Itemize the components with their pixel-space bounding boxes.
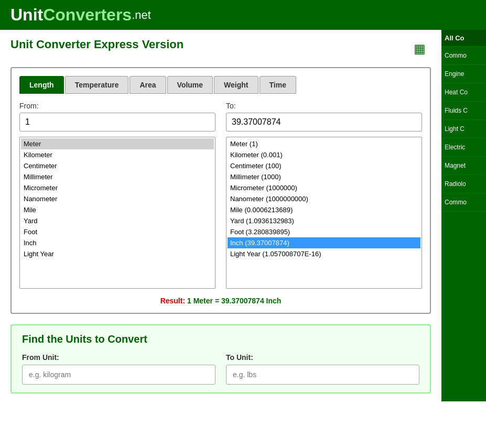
find-to-col: To Unit: [226,353,419,385]
logo-net: .net [132,8,151,22]
find-from-input[interactable] [22,365,215,385]
listbox-row: Meter Kilometer Centimeter Millimeter Mi… [19,137,422,289]
tab-volume[interactable]: Volume [167,76,213,94]
sidebar-header: All Co [441,30,486,47]
from-to-inputs: From: To: [19,102,422,132]
sidebar-item-radiology[interactable]: Radiolo [441,175,486,193]
result-label: Result: [160,297,185,305]
tab-weight[interactable]: Weight [214,76,258,94]
to-label: To: [226,102,422,110]
to-input[interactable] [226,113,422,132]
sidebar-item-common2[interactable]: Commo [441,193,486,212]
converter-box: Length Temperature Area Volume Weight Ti… [10,67,431,314]
find-units-row: From Unit: To Unit: [22,353,419,385]
sidebar-item-engineering[interactable]: Engine [441,65,486,83]
from-label: From: [19,102,215,110]
sidebar-item-light[interactable]: Light C [441,120,486,138]
sidebar-item-common[interactable]: Commo [441,47,486,65]
tab-temperature[interactable]: Temperature [65,76,129,94]
result-row: Result: 1 Meter = 39.37007874 Inch [19,297,422,305]
main-layout: Unit Converter Express Version ▦ Length … [0,30,486,401]
to-listbox-col: Meter (1) Kilometer (0.001) Centimeter (… [226,137,422,289]
find-from-col: From Unit: [22,353,215,385]
sidebar-item-heat[interactable]: Heat Co [441,83,486,102]
from-unit-select[interactable]: Meter Kilometer Centimeter Millimeter Mi… [19,137,215,289]
sidebar-item-fluids[interactable]: Fluids C [441,102,486,120]
to-unit-select[interactable]: Meter (1) Kilometer (0.001) Centimeter (… [226,137,422,289]
tab-time[interactable]: Time [260,76,296,94]
tab-length[interactable]: Length [19,76,64,94]
logo-converters: Converters [43,5,132,25]
find-to-label: To Unit: [226,353,419,362]
tab-area[interactable]: Area [129,76,166,94]
find-to-input[interactable] [226,365,419,385]
page-title: Unit Converter Express Version [10,38,183,51]
calculator-icon[interactable]: ▦ [414,41,426,56]
from-input[interactable] [19,113,215,132]
header: UnitConverters.net [0,0,486,30]
sidebar-item-magnetism[interactable]: Magnet [441,157,486,175]
logo-unit: Unit [10,5,43,25]
content-area: Unit Converter Express Version ▦ Length … [0,30,441,401]
find-units-box: Find the Units to Convert From Unit: To … [10,324,431,394]
find-from-label: From Unit: [22,353,215,362]
find-units-title: Find the Units to Convert [22,333,419,345]
from-listbox-col: Meter Kilometer Centimeter Millimeter Mi… [19,137,215,289]
sidebar: All Co Commo Engine Heat Co Fluids C Lig… [441,30,486,401]
tab-bar: Length Temperature Area Volume Weight Ti… [19,76,422,94]
result-text: 1 Meter = 39.37007874 Inch [187,297,281,305]
from-col: From: [19,102,215,132]
sidebar-item-electricity[interactable]: Electric [441,138,486,157]
to-col: To: [226,102,422,132]
